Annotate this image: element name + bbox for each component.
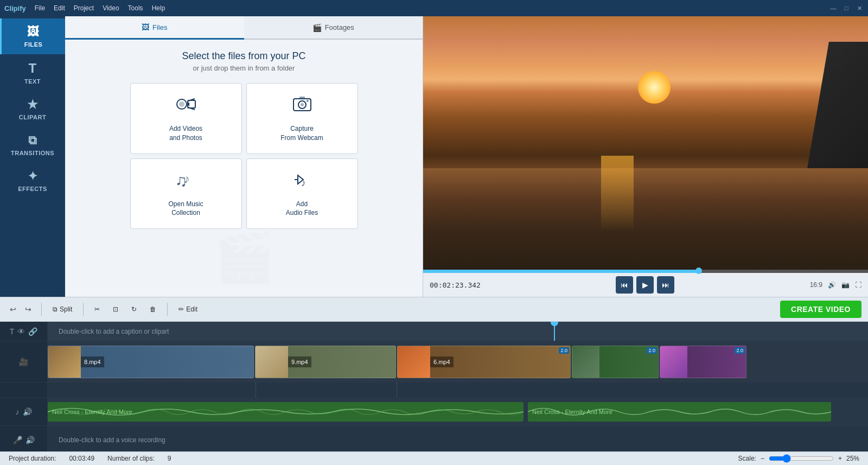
sidebar-item-transitions[interactable]: ⧉ TRANSITIONS — [0, 127, 65, 163]
edit-label: Edit — [186, 305, 197, 313]
maximize-button[interactable]: □ — [842, 5, 851, 12]
tabs: 🖼 Files 🎬 Footages — [65, 16, 423, 40]
effects-icon: ✦ — [28, 169, 38, 183]
caption-track-controls: T 👁 🔗 — [0, 322, 48, 341]
capture-webcam-button[interactable]: Capture From Webcam — [246, 83, 358, 154]
play-button[interactable]: ▶ — [636, 276, 654, 294]
split-button[interactable]: ⧉ Split — [48, 303, 76, 315]
add-audio-button[interactable]: ♪ Add Audio Files — [246, 158, 358, 230]
add-videos-label: Add Videos and Photos — [169, 124, 202, 143]
audio-label-1: Neil Cross - Eternity And More — [52, 409, 132, 415]
capture-webcam-label: Capture From Webcam — [280, 124, 323, 143]
skip-forward-button[interactable]: ⏭ — [657, 276, 674, 294]
delete-button[interactable]: 🗑 — [145, 303, 161, 315]
split-label: Split — [60, 305, 72, 313]
add-videos-button[interactable]: Add Videos and Photos — [130, 83, 242, 154]
clip-6mp4-badge: 2.0 — [559, 347, 569, 354]
clip-6mp4-label: 6.mp4 — [430, 356, 454, 367]
select-subtitle: or just drop them in from a folder — [193, 64, 295, 72]
files-panel: 🖼 Files 🎬 Footages Select the files from… — [65, 16, 423, 297]
scale-slider[interactable] — [769, 454, 834, 463]
menu-tools[interactable]: Tools — [128, 4, 143, 12]
caption-link-icon[interactable]: 🔗 — [28, 327, 37, 336]
audio-track-content: Neil Cross - Eternity And More Neil Cros… — [48, 398, 868, 425]
files-content: Select the files from your PC or just dr… — [65, 40, 423, 297]
skip-back-button[interactable]: ⏮ — [616, 276, 633, 294]
caption-track: T 👁 🔗 Double-click to add a caption or c… — [0, 322, 868, 341]
video-preview — [423, 16, 868, 270]
clip-8mp4[interactable]: 8.mp4 — [48, 346, 254, 378]
crop-button[interactable]: ⊡ — [108, 303, 123, 315]
footages-tab-icon: 🎬 — [312, 23, 322, 32]
caption-text-icon[interactable]: T — [10, 327, 15, 336]
voice-track-controls: 🎤 🔊 — [0, 426, 48, 451]
undo-redo-group: ↩ ↪ — [7, 303, 35, 316]
music-icon[interactable]: ♪ — [16, 407, 20, 416]
scale-plus-button[interactable]: + — [838, 455, 842, 462]
audio-clip-1[interactable]: Neil Cross - Eternity And More — [48, 402, 524, 422]
toolbar: ↩ ↪ ⧉ Split ✂ ⊡ ↻ 🗑 ✏ Edit CREATE VIDEO — [0, 297, 868, 322]
files-tab-icon: 🖼 — [142, 23, 149, 31]
audio-track-controls: ♪ 🔊 — [0, 398, 48, 425]
screenshot-icon[interactable]: 📷 — [841, 281, 850, 289]
menu-help[interactable]: Help — [152, 4, 165, 12]
sidebar-label-clipart: CLIPART — [19, 114, 46, 120]
sidebar-item-clipart[interactable]: ★ CLIPART — [0, 91, 65, 127]
clip-green[interactable]: 2.0 — [572, 346, 659, 378]
redo-button[interactable]: ↪ — [22, 303, 35, 316]
timeline-body: T 👁 🔗 Double-click to add a caption or c… — [0, 322, 868, 451]
tab-files-label: Files — [152, 23, 167, 31]
cut-button[interactable]: ✂ — [90, 303, 104, 315]
text-icon: T — [28, 61, 36, 76]
create-video-button[interactable]: CREATE VIDEO — [780, 301, 861, 318]
video-progress-thumb[interactable] — [695, 267, 702, 274]
status-bar: Project duration: 00:03:49 Number of cli… — [0, 451, 868, 465]
playhead — [554, 322, 555, 341]
close-button[interactable]: ✕ — [855, 5, 864, 12]
fullscreen-icon[interactable]: ⛶ — [855, 281, 861, 289]
action-buttons-grid: Add Videos and Photos — [130, 83, 358, 229]
video-progress-bar[interactable] — [423, 270, 868, 273]
edit-button[interactable]: ✏ Edit — [174, 303, 202, 315]
project-duration-value: 00:03:49 — [69, 455, 94, 462]
minimize-button[interactable]: — — [829, 5, 838, 12]
open-music-button[interactable]: ♫ ♪ Open Music Collection — [130, 158, 242, 230]
audio-volume-icon[interactable]: 🔊 — [23, 407, 32, 416]
tab-files[interactable]: 🖼 Files — [65, 16, 244, 40]
clips-count-label: Number of clips: — [107, 455, 155, 462]
ghost-icon: 🎬 — [214, 229, 275, 286]
clip-9mp4-label: 9.mp4 — [288, 356, 311, 367]
clip-purple[interactable]: 2.0 — [660, 346, 746, 378]
sidebar-item-effects[interactable]: ✦ EFFECTS — [0, 163, 65, 199]
reflection-element — [601, 156, 634, 232]
menu-edit[interactable]: Edit — [54, 4, 65, 12]
clip-9mp4[interactable]: 9.mp4 — [255, 346, 396, 378]
separator-2 — [83, 303, 84, 316]
mic-icon[interactable]: 🎤 — [13, 436, 22, 444]
rotate-button[interactable]: ↻ — [127, 303, 141, 315]
menu-project[interactable]: Project — [74, 4, 94, 12]
sidebar-item-text[interactable]: T TEXT — [0, 54, 65, 91]
transition-segment-1 — [50, 383, 256, 397]
preview-panel: 00:02:23.342 ⏮ ▶ ⏭ 16:9 🔊 📷 ⛶ — [423, 16, 868, 297]
audio-track: ♪ 🔊 Neil Cross - Eternity And More — [0, 398, 868, 426]
tab-footages[interactable]: 🎬 Footages — [244, 16, 423, 39]
audio-clip-2[interactable]: Neil Cross - Eternity And More — [528, 402, 831, 422]
video-meta: 16:9 🔊 📷 ⛶ — [810, 281, 861, 289]
video-track-content: 8.mp4 9.mp4 6.mp4 2.0 — [48, 341, 868, 382]
camera-icon[interactable]: 🎥 — [19, 358, 28, 366]
voice-volume-icon[interactable]: 🔊 — [25, 436, 35, 444]
video-area — [423, 16, 868, 270]
transition-markers — [48, 383, 571, 397]
sidebar-label-effects: EFFECTS — [18, 186, 47, 192]
menu-file[interactable]: File — [35, 4, 45, 12]
scale-minus-button[interactable]: − — [761, 455, 764, 462]
caption-eye-icon[interactable]: 👁 — [17, 327, 25, 336]
svg-point-8 — [301, 103, 304, 106]
clip-6mp4[interactable]: 6.mp4 2.0 — [397, 346, 571, 378]
aspect-ratio: 16:9 — [810, 281, 822, 289]
sidebar-item-files[interactable]: 🖼 FILES — [0, 18, 65, 54]
transition-track-content — [48, 383, 868, 397]
menu-video[interactable]: Video — [103, 4, 119, 12]
undo-button[interactable]: ↩ — [7, 303, 20, 316]
